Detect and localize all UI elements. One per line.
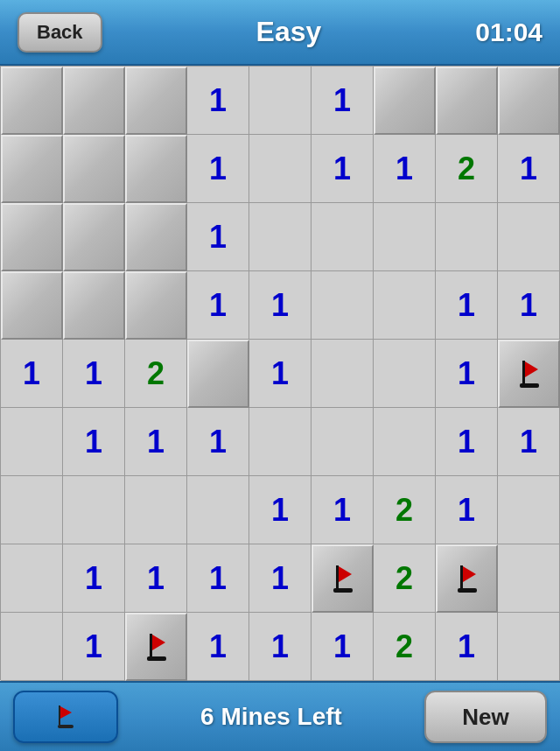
cell-r5-c3[interactable]: 1 [187, 408, 249, 476]
cell-r3-c4[interactable]: 1 [249, 271, 312, 340]
cell-r5-c5[interactable] [312, 408, 374, 476]
back-button[interactable]: Back [18, 12, 102, 53]
cell-r3-c7[interactable]: 1 [436, 271, 498, 340]
cell-r1-c6[interactable]: 1 [374, 135, 436, 203]
cell-r7-c2[interactable]: 1 [125, 544, 187, 613]
cell-r8-c2[interactable] [125, 613, 187, 681]
cell-r5-c6[interactable] [374, 408, 436, 476]
cell-r7-c6[interactable]: 2 [374, 544, 436, 613]
cell-r1-c3[interactable]: 1 [187, 135, 249, 203]
footer: 6 Mines Left New [0, 681, 560, 751]
cell-r7-c4[interactable]: 1 [249, 544, 312, 613]
cell-r4-c6[interactable] [374, 340, 436, 408]
cell-r3-c6[interactable] [374, 271, 436, 340]
cell-r8-c4[interactable]: 1 [249, 613, 312, 681]
timer-display: 01:04 [475, 18, 542, 47]
cell-r2-c8[interactable] [498, 203, 560, 271]
cell-r7-c1[interactable]: 1 [63, 544, 125, 613]
cell-r2-c6[interactable] [374, 203, 436, 271]
cell-r3-c8[interactable]: 1 [498, 271, 560, 340]
cell-r4-c1[interactable]: 1 [63, 340, 125, 408]
cell-r8-c6[interactable]: 2 [374, 613, 436, 681]
cell-r8-c0[interactable] [1, 613, 63, 681]
cell-r2-c0[interactable] [1, 203, 63, 271]
cell-r2-c1[interactable] [63, 203, 125, 271]
cell-r0-c3[interactable]: 1 [187, 67, 249, 135]
cell-r1-c4[interactable] [249, 135, 312, 203]
cell-r6-c2[interactable] [125, 476, 187, 544]
cell-r5-c1[interactable]: 1 [63, 408, 125, 476]
cell-r6-c6[interactable]: 2 [374, 476, 436, 544]
cell-r4-c2[interactable]: 2 [125, 340, 187, 408]
cell-r6-c1[interactable] [63, 476, 125, 544]
cell-r2-c3[interactable]: 1 [187, 203, 249, 271]
cell-r6-c0[interactable] [1, 476, 63, 544]
cell-r1-c5[interactable]: 1 [312, 135, 374, 203]
cell-r8-c1[interactable]: 1 [63, 613, 125, 681]
cell-r7-c8[interactable] [498, 544, 560, 613]
cell-r2-c4[interactable] [249, 203, 312, 271]
cell-r1-c7[interactable]: 2 [436, 135, 498, 203]
cell-r2-c7[interactable] [436, 203, 498, 271]
footer-flag-icon [57, 705, 74, 728]
cell-r4-c4[interactable]: 1 [249, 340, 312, 408]
cell-r0-c8[interactable] [498, 67, 560, 135]
cell-r4-c7[interactable]: 1 [436, 340, 498, 408]
cell-r5-c2[interactable]: 1 [125, 408, 187, 476]
cell-r7-c0[interactable] [1, 544, 63, 613]
cell-r5-c4[interactable] [249, 408, 312, 476]
cell-r3-c0[interactable] [1, 271, 63, 340]
cell-r6-c5[interactable]: 1 [312, 476, 374, 544]
game-area: 11111211111111211 1111111211111 2 1 1112… [0, 66, 560, 681]
cell-r6-c7[interactable]: 1 [436, 476, 498, 544]
mines-left-label: 6 Mines Left [118, 703, 424, 731]
new-game-button[interactable]: New [424, 691, 547, 743]
cell-r0-c4[interactable] [249, 67, 312, 135]
cell-r5-c0[interactable] [1, 408, 63, 476]
cell-r2-c5[interactable] [312, 203, 374, 271]
cell-r3-c1[interactable] [63, 271, 125, 340]
cell-r3-c3[interactable]: 1 [187, 271, 249, 340]
cell-r6-c4[interactable]: 1 [249, 476, 312, 544]
cell-r7-c5[interactable] [312, 544, 374, 613]
cell-r0-c2[interactable] [125, 67, 187, 135]
cell-r4-c0[interactable]: 1 [1, 340, 63, 408]
cell-r1-c1[interactable] [63, 135, 125, 203]
cell-r0-c1[interactable] [63, 67, 125, 135]
cell-r8-c8[interactable] [498, 613, 560, 681]
difficulty-title: Easy [256, 16, 322, 48]
mine-counter-button[interactable] [13, 691, 118, 743]
cell-r8-c5[interactable]: 1 [312, 613, 374, 681]
cell-r4-c8[interactable] [498, 340, 560, 408]
cell-r8-c7[interactable]: 1 [436, 613, 498, 681]
cell-r5-c7[interactable]: 1 [436, 408, 498, 476]
minesweeper-grid: 11111211111111211 1111111211111 2 1 1112… [0, 66, 559, 680]
cell-r4-c3[interactable] [187, 340, 249, 408]
cell-r2-c2[interactable] [125, 203, 187, 271]
cell-r1-c8[interactable]: 1 [498, 135, 560, 203]
cell-r0-c7[interactable] [436, 67, 498, 135]
cell-r3-c2[interactable] [125, 271, 187, 340]
cell-r0-c0[interactable] [1, 67, 63, 135]
cell-r1-c2[interactable] [125, 135, 187, 203]
cell-r7-c3[interactable]: 1 [187, 544, 249, 613]
cell-r7-c7[interactable] [436, 544, 498, 613]
cell-r8-c3[interactable]: 1 [187, 613, 249, 681]
cell-r6-c3[interactable] [187, 476, 249, 544]
cell-r1-c0[interactable] [1, 135, 63, 203]
cell-r3-c5[interactable] [312, 271, 374, 340]
cell-r5-c8[interactable]: 1 [498, 408, 560, 476]
cell-r6-c8[interactable] [498, 476, 560, 544]
cell-r0-c6[interactable] [374, 67, 436, 135]
header: Back Easy 01:04 [0, 0, 560, 66]
cell-r4-c5[interactable] [312, 340, 374, 408]
cell-r0-c5[interactable]: 1 [312, 67, 374, 135]
